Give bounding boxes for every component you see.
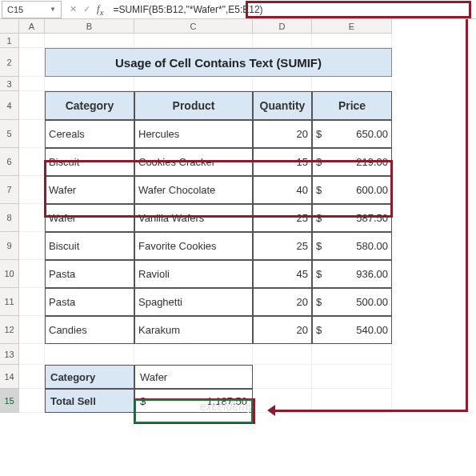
row-4[interactable]: 4 [0,91,19,120]
cancel-icon[interactable]: ✕ [70,4,77,14]
arrow-vertical [466,19,468,411]
arrow-head-icon [267,405,275,416]
table-cell[interactable]: 20 [253,120,312,148]
row-3[interactable]: 3 [0,77,19,91]
summary-cat-label[interactable]: Category [45,365,134,389]
table-cell[interactable]: $650.00 [312,120,392,148]
row-10[interactable]: 10 [0,260,19,288]
row-11[interactable]: 11 [0,288,19,316]
page-title[interactable]: Usage of Cell Contains Text (SUMIF) [45,48,392,77]
col-E[interactable]: E [312,19,392,34]
select-all[interactable] [0,19,19,34]
row-6[interactable]: 6 [0,148,19,176]
col-A[interactable]: A [19,19,45,34]
table-cell[interactable]: Cereals [45,120,134,148]
row-12[interactable]: 12 [0,316,19,344]
col-C[interactable]: C [134,19,253,34]
sheet: A B C D E 1 2 Usage of Cell Contains Tex… [0,19,476,413]
col-D[interactable]: D [253,19,312,34]
row-7[interactable]: 7 [0,176,19,204]
hdr-qty[interactable]: Quantity [253,91,312,120]
summary-total-label[interactable]: Total Sell [45,389,134,413]
hdr-price[interactable]: Price [312,91,392,120]
fx-group: ✕ ✓ fx [63,2,110,17]
formula-input[interactable]: =SUMIF(B5:B12,"*Wafer*",E5:E12) [110,4,476,15]
name-box-value: C15 [7,5,23,14]
row-13[interactable]: 13 [0,344,19,365]
cell-A1[interactable] [19,34,45,48]
arrow-horizontal [272,410,468,412]
summary-cat-val[interactable]: Wafer [134,365,253,389]
row-1[interactable]: 1 [0,34,19,48]
row-15[interactable]: 15 [0,389,19,413]
row-9[interactable]: 9 [0,232,19,260]
summary-total-val[interactable]: $1,187.50 [134,389,253,413]
hdr-cat[interactable]: Category [45,91,134,120]
row-5[interactable]: 5 [0,120,19,148]
name-box[interactable]: C15 ▼ [2,1,62,18]
dropdown-icon[interactable]: ▼ [50,6,56,13]
fx-icon[interactable]: fx [97,2,103,17]
table-cell[interactable]: Hercules [134,120,253,148]
hdr-prod[interactable]: Product [134,91,253,120]
row-8[interactable]: 8 [0,204,19,232]
accept-icon[interactable]: ✓ [83,4,90,14]
col-B[interactable]: B [45,19,134,34]
row-14[interactable]: 14 [0,365,19,389]
row-2[interactable]: 2 [0,48,19,77]
formula-bar: C15 ▼ ✕ ✓ fx =SUMIF(B5:B12,"*Wafer*",E5:… [0,0,476,19]
